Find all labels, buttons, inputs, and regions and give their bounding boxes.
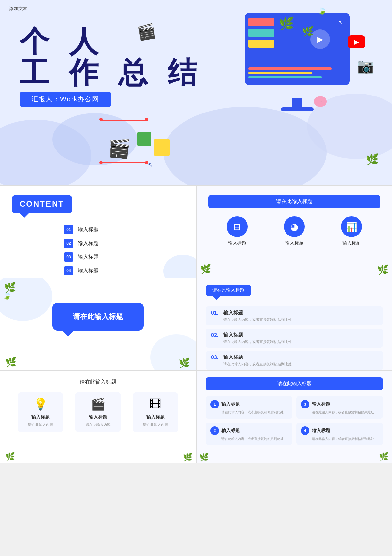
content-badge: CONTENT [12, 195, 72, 213]
icon-label-1: 输入标题 [228, 240, 246, 246]
screen-bar-yellow [248, 40, 274, 48]
green-square [137, 132, 151, 146]
col-desc-2: 请在此输入内容，或者直接复制粘贴到此处 [221, 437, 288, 441]
monitor-screen: ▶ ↖ [245, 13, 350, 85]
col-item-4: 4 输入标题 请在此输入内容，或者直接复制粘贴到此处 [296, 423, 383, 445]
icon-card-3: 🎞 输入标题 请在此输入内容 [133, 392, 178, 432]
camera-icon: 📷 [357, 58, 374, 74]
num-dot-1: 01. [211, 310, 220, 316]
leaf-deco-1: 🌿 [279, 16, 294, 31]
clapperboard-icon: 🎬 [91, 397, 106, 411]
card-title-3: 输入标题 [146, 414, 165, 420]
list-item: 03 输入标题 [64, 252, 184, 262]
slide2-right-panel: 🌿 🌿 请在此输入标题 ⊞ 输入标题 ◕ 输入标题 📊 输入标题 [196, 186, 392, 278]
col-item-header-4: 4 输入标题 [301, 426, 378, 435]
col-badge-3: 3 [301, 400, 309, 408]
chat-bubble: ··· [314, 96, 327, 107]
film-reel-icon: 🎞 [150, 397, 161, 411]
item-num-1: 01 [64, 225, 73, 234]
numbered-list: 01. 输入标题 请在此输入内容，或者直接复制粘贴到此处 02. 输入标题 请在… [206, 306, 383, 370]
slide-speech-list: 🌿 🍃 🌿 🌿 请在此输入标题 请在此输入标题 01. 输入标题 请在此输入内容… [0, 278, 392, 370]
icon-card-1: 💡 输入标题 请在此输入内容 [18, 392, 63, 432]
col-badge-4: 4 [301, 426, 309, 435]
tl-bar-1 [248, 67, 332, 70]
s4r-leaf-1: 🌿 [379, 452, 389, 461]
col-title-2: 输入标题 [221, 428, 240, 434]
num-item-1: 01. 输入标题 请在此输入内容，或者直接复制粘贴到此处 [206, 306, 383, 325]
item-num-4: 04 [64, 266, 73, 275]
icon-circle-2: ◕ [284, 216, 305, 237]
leaf-deco-2: 🌿 [302, 26, 314, 37]
card-title-1: 输入标题 [31, 414, 50, 420]
slide3-right-panel: 请在此输入标题 01. 输入标题 请在此输入内容，或者直接复制粘贴到此处 02.… [196, 278, 392, 370]
num-item-3: 03. 输入标题 请在此输入内容，或者直接复制粘贴到此处 [206, 351, 383, 370]
cover-title: 个 人 工 作 总 结 [20, 26, 203, 88]
chart-icon: 📊 [346, 221, 357, 232]
youtube-badge: ▶ [348, 35, 365, 48]
slide2-left-panel: CONTENT 01 输入标题 02 输入标题 03 输入标题 04 输入标题 [0, 186, 196, 278]
s3l-leaf-4: 🌿 [179, 357, 190, 368]
monitor-illustration: ▶ ↖ [235, 13, 359, 118]
num-title-2: 输入标题 [223, 332, 243, 338]
screen-bar-teal [248, 29, 274, 37]
s4l-title: 请在此输入标题 [12, 379, 184, 386]
num-desc-3: 请在此输入内容，或者直接复制粘贴到此处 [223, 362, 378, 367]
card-desc-1: 请在此输入内容 [28, 422, 53, 427]
col-title-4: 输入标题 [312, 428, 330, 434]
num-dot-3: 03. [211, 355, 220, 360]
slide4-left-panel: 请在此输入标题 💡 输入标题 请在此输入内容 🎬 输入标题 请在此输入内容 🎞 … [0, 371, 196, 463]
card-title-2: 输入标题 [89, 414, 107, 420]
tl-bar-3 [248, 76, 322, 78]
sel-handle-tl [99, 161, 103, 164]
num-title-1: 输入标题 [223, 310, 243, 316]
col-desc-4: 请在此输入内容，或者直接复制粘贴到此处 [312, 437, 378, 441]
col-desc-3: 请在此输入内容，或者直接复制粘贴到此处 [312, 410, 378, 415]
slide-cover: 添加文本 个 人 工 作 总 结 汇报人：Work办公网 ▶ ↖ ▶ 📷 🎬 🎬 [0, 0, 392, 185]
icon-circle-1: ⊞ [227, 216, 248, 237]
icon-card-row: 💡 输入标题 请在此输入内容 🎬 输入标题 请在此输入内容 🎞 输入标题 请在此… [12, 392, 184, 432]
s3l-leaf-3: 🌿 [5, 357, 17, 368]
s4r-leaf-2: 🌿 [199, 453, 209, 462]
col-badge-1: 1 [210, 400, 219, 408]
yellow-square [154, 139, 170, 156]
col-desc-1: 请在此输入内容，或者直接复制粘贴到此处 [221, 410, 288, 415]
num-title-3: 输入标题 [223, 354, 243, 360]
slide3-left-panel: 🌿 🍃 🌿 🌿 请在此输入标题 [0, 278, 196, 370]
num-desc-1: 请在此输入内容，或者直接复制粘贴到此处 [223, 317, 378, 322]
col-item-header-3: 3 输入标题 [301, 400, 378, 408]
num-item-header-2: 02. 输入标题 [211, 332, 378, 338]
two-col-list: 1 输入标题 请在此输入内容，或者直接复制粘贴到此处 3 输入标题 请在此输入内… [206, 396, 383, 445]
col-title-3: 输入标题 [312, 401, 330, 407]
col-item-2: 2 输入标题 请在此输入内容，或者直接复制粘贴到此处 [206, 423, 292, 445]
s2r-leaf-1: 🌿 [200, 264, 211, 274]
card-desc-2: 请在此输入内容 [86, 422, 111, 427]
num-item-header-1: 01. 输入标题 [211, 310, 378, 316]
s4l-leaf-2: 🌿 [183, 453, 193, 462]
tl-bar-2 [248, 72, 312, 74]
icon-label-2: 输入标题 [285, 240, 303, 246]
icon-item-3: 📊 输入标题 [332, 216, 371, 246]
monitor-base [281, 107, 314, 111]
icon-label-3: 输入标题 [342, 240, 361, 246]
item-text-4: 输入标题 [78, 268, 99, 274]
leaf-deco-3: 🍃 [318, 7, 327, 15]
col-item-1: 1 输入标题 请在此输入内容，或者直接复制粘贴到此处 [206, 396, 292, 419]
list-item: 02 输入标题 [64, 239, 184, 248]
big-speech-bubble: 请在此输入标题 [52, 303, 144, 331]
item-text-3: 输入标题 [78, 254, 99, 261]
screen-bar-red [248, 18, 274, 26]
icon-row: ⊞ 输入标题 ◕ 输入标题 📊 输入标题 [208, 216, 380, 246]
pie-chart-icon: ◕ [290, 221, 298, 232]
item-text-2: 输入标题 [78, 240, 99, 247]
reporter-label: 汇报人：Work办公网 [20, 92, 111, 107]
s3l-leaf-2: 🍃 [3, 291, 11, 300]
icon-card-2: 🎬 输入标题 请在此输入内容 [75, 392, 121, 432]
icon-item-1: ⊞ 输入标题 [218, 216, 257, 246]
icon-item-2: ◕ 输入标题 [275, 216, 314, 246]
s2r-leaf-2: 🌿 [377, 264, 389, 275]
add-text-label: 添加文本 [9, 6, 27, 12]
monitor-stand [292, 98, 302, 108]
s2r-title: 请在此输入标题 [208, 195, 380, 208]
s4l-leaf-1: 🌿 [5, 452, 15, 461]
slide4-right-panel: 请在此输入标题 1 输入标题 请在此输入内容，或者直接复制粘贴到此处 3 输入标… [196, 371, 392, 463]
